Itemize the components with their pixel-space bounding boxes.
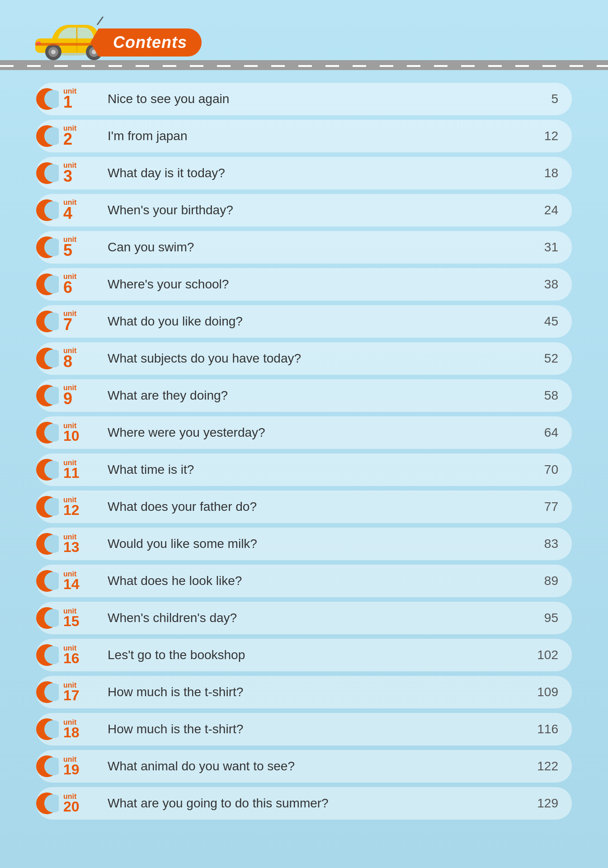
page-number: 58	[536, 388, 558, 403]
unit-row: Unit 9 What are they doing? 58	[36, 379, 572, 412]
unit-row: Unit 17 How much is the t-shirt? 109	[36, 676, 572, 708]
svg-point-9	[51, 50, 56, 54]
unit-number: 12	[63, 503, 80, 517]
unit-row: Unit 19 What animal do you want to see? …	[36, 750, 572, 783]
unit-title: What does your father do?	[108, 500, 536, 514]
moon-icon	[35, 236, 59, 259]
page-number: 38	[536, 277, 558, 292]
svg-line-14	[97, 17, 103, 25]
unit-label: Unit 6	[63, 273, 104, 296]
unit-row: Unit 15 When's children's day? 95	[36, 602, 572, 634]
page-number: 18	[536, 166, 558, 180]
moon-icon	[35, 421, 59, 444]
moon-icon	[35, 792, 59, 815]
unit-number: 16	[63, 651, 80, 665]
unit-number: 19	[63, 762, 80, 777]
unit-number: 14	[63, 577, 80, 591]
page-number: 102	[536, 648, 558, 662]
unit-row: Unit 8 What subjects do you have today? …	[36, 342, 572, 375]
unit-label: Unit 16	[63, 645, 104, 665]
moon-icon	[35, 198, 59, 222]
moon-icon	[35, 161, 59, 185]
unit-title: What time is it?	[108, 462, 536, 477]
unit-label: Unit 8	[63, 347, 104, 370]
moon-icon	[35, 87, 59, 111]
unit-number: 11	[63, 466, 80, 480]
unit-title: What does he look like?	[108, 574, 536, 588]
page-number: 24	[536, 203, 558, 217]
unit-title: Les't go to the bookshop	[108, 648, 536, 662]
unit-title: How much is the t-shirt?	[108, 722, 536, 736]
unit-title: What subjects do you have today?	[108, 351, 536, 366]
content-area: Unit 1 Nice to see you again 5 Unit 2 I'…	[0, 70, 608, 842]
unit-title: When's children's day?	[108, 611, 536, 625]
page-number: 64	[536, 425, 558, 440]
moon-icon	[35, 273, 59, 296]
unit-label: Unit 3	[63, 162, 104, 184]
unit-row: Unit 1 Nice to see you again 5	[36, 83, 572, 115]
unit-row: Unit 12 What does your father do? 77	[36, 491, 572, 523]
unit-title: What animal do you want to see?	[108, 759, 536, 774]
unit-label: Unit 14	[63, 571, 104, 591]
unit-label: Unit 1	[63, 88, 104, 110]
unit-number: 10	[63, 429, 80, 443]
page-number: 83	[536, 537, 558, 551]
unit-row: Unit 4 When's your birthday? 24	[36, 194, 572, 226]
page-number: 116	[536, 722, 558, 736]
unit-title: Where were you yesterday?	[108, 425, 536, 440]
page-number: 122	[536, 759, 558, 774]
moon-icon	[35, 384, 59, 407]
unit-title: What do you like doing?	[108, 314, 536, 329]
unit-number: 7	[63, 316, 72, 333]
moon-icon	[35, 606, 59, 630]
unit-row: Unit 5 Can you swim? 31	[36, 231, 572, 264]
unit-number: 18	[63, 725, 80, 740]
unit-number: 9	[63, 391, 72, 407]
moon-icon	[35, 717, 59, 741]
unit-number: 20	[63, 799, 80, 814]
contents-title: Contents	[113, 33, 187, 52]
unit-number: 6	[63, 279, 72, 296]
unit-row: Unit 6 Where's your school? 38	[36, 268, 572, 301]
unit-row: Unit 16 Les't go to the bookshop 102	[36, 639, 572, 671]
unit-label: Unit 4	[63, 199, 104, 222]
unit-number: 2	[63, 131, 72, 147]
unit-label: Unit 12	[63, 496, 104, 517]
unit-title: How much is the t-shirt?	[108, 685, 536, 699]
unit-label: Unit 2	[63, 125, 104, 147]
unit-number: 5	[63, 242, 72, 259]
contents-banner: Contents	[90, 28, 202, 57]
unit-number: 13	[63, 540, 80, 554]
moon-icon	[35, 532, 59, 556]
unit-label: Unit 18	[63, 719, 104, 740]
moon-icon	[35, 310, 59, 333]
unit-number: 8	[63, 354, 72, 370]
unit-title: What day is it today?	[108, 166, 536, 180]
moon-icon	[35, 347, 59, 370]
unit-row: Unit 2 I'm from japan 12	[36, 120, 572, 152]
moon-icon	[35, 643, 59, 667]
unit-row: Unit 10 Where were you yesterday? 64	[36, 416, 572, 449]
unit-label: Unit 9	[63, 384, 104, 407]
unit-row: Unit 18 How much is the t-shirt? 116	[36, 713, 572, 745]
unit-label: Unit 10	[63, 422, 104, 443]
page-number: 89	[536, 574, 558, 588]
page-number: 77	[536, 500, 558, 514]
moon-icon	[35, 124, 59, 148]
unit-label: Unit 17	[63, 682, 104, 703]
unit-number: 17	[63, 688, 80, 703]
unit-title: What are you going to do this summer?	[108, 796, 536, 811]
page-number: 129	[536, 796, 558, 811]
unit-label: Unit 11	[63, 459, 104, 480]
page-number: 95	[536, 611, 558, 625]
unit-number: 15	[63, 614, 80, 628]
unit-title: Nice to see you again	[108, 92, 536, 106]
page-number: 70	[536, 462, 558, 477]
page-number: 109	[536, 685, 558, 699]
unit-title: I'm from japan	[108, 129, 536, 143]
unit-number: 3	[63, 168, 72, 184]
unit-title: Where's your school?	[108, 277, 536, 292]
unit-label: Unit 19	[63, 756, 104, 777]
unit-title: Can you swim?	[108, 240, 536, 255]
page-number: 31	[536, 240, 558, 255]
